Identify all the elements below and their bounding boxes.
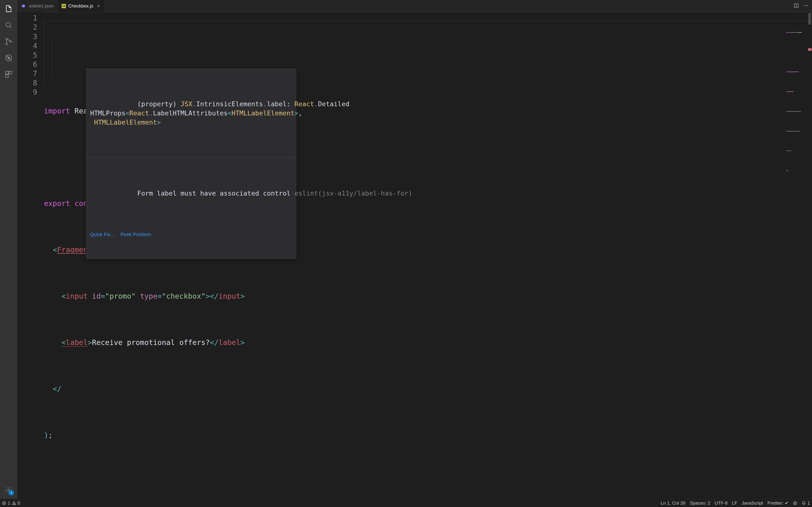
minimap[interactable] <box>786 13 808 52</box>
status-warning-count: 0 <box>18 501 20 506</box>
warning-icon <box>12 501 16 505</box>
editor-area[interactable]: 1 2 3 4 5 6 7 8 9 import React, { Fragme… <box>17 12 812 499</box>
svg-point-15 <box>806 5 806 6</box>
peek-problem-link[interactable]: Peek Problem <box>120 231 151 238</box>
debug-icon[interactable] <box>3 52 14 64</box>
code-content[interactable]: import React, { Fragment } from 'react';… <box>44 12 812 499</box>
more-actions-icon[interactable] <box>803 3 809 9</box>
svg-point-3 <box>6 43 7 45</box>
explorer-icon[interactable] <box>3 3 14 14</box>
svg-rect-8 <box>9 71 12 74</box>
search-icon[interactable] <box>3 19 14 31</box>
svg-point-0 <box>6 22 10 27</box>
line-gutter: 1 2 3 4 5 6 7 8 9 <box>17 12 44 499</box>
hover-lint-message: Form label must have associated control … <box>86 176 296 210</box>
svg-point-21 <box>14 504 14 504</box>
settings-badge: 1 <box>9 490 14 495</box>
close-icon[interactable]: × <box>97 4 100 9</box>
activity-bar: 1 <box>0 0 17 499</box>
js-file-icon: JS <box>62 4 66 8</box>
tab-eslintrc[interactable]: .eslintrc.json <box>17 0 58 12</box>
svg-rect-9 <box>6 74 8 77</box>
editor-actions <box>790 0 812 12</box>
main-row: 1 .eslintrc.json JS Checkbox.js × <box>0 0 812 499</box>
settings-gear-icon[interactable]: 1 <box>3 484 14 496</box>
editor-column: .eslintrc.json JS Checkbox.js × 1 2 3 <box>17 0 812 499</box>
source-control-icon[interactable] <box>3 36 14 47</box>
svg-point-6 <box>8 57 10 59</box>
status-error-count: 1 <box>8 501 10 506</box>
tab-label: Checkbox.js <box>68 3 94 9</box>
svg-line-1 <box>10 26 12 28</box>
svg-point-14 <box>804 5 805 6</box>
status-problems[interactable]: 1 0 <box>2 501 20 506</box>
tab-label: .eslintrc.json <box>28 3 54 9</box>
split-editor-icon[interactable] <box>794 3 799 9</box>
tab-checkbox[interactable]: JS Checkbox.js × <box>58 0 104 12</box>
svg-rect-7 <box>6 71 8 74</box>
quick-fix-link[interactable]: Quick Fix... <box>90 231 114 238</box>
svg-point-4 <box>10 41 11 42</box>
editor-scrollbar[interactable] <box>808 12 812 499</box>
hover-tooltip: (property) JSX.IntrinsicElements.label: … <box>86 68 296 259</box>
error-icon <box>2 501 6 505</box>
svg-point-2 <box>6 38 7 40</box>
tab-bar: .eslintrc.json JS Checkbox.js × <box>17 0 812 12</box>
svg-marker-11 <box>22 4 25 8</box>
eslint-file-icon <box>21 4 26 8</box>
extensions-icon[interactable] <box>3 68 14 80</box>
hover-type-info: (property) JSX.IntrinsicElements.label: … <box>86 87 296 139</box>
svg-point-16 <box>807 5 808 6</box>
